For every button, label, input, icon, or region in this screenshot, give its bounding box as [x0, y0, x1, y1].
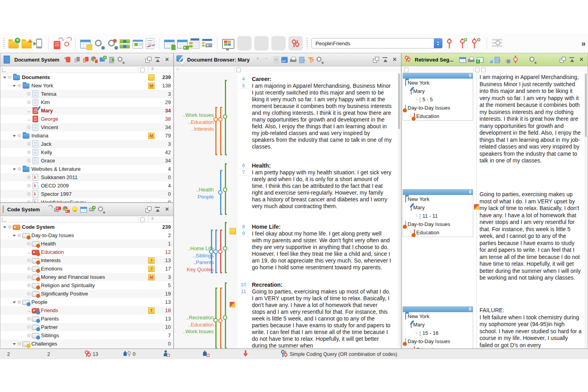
segment-folder-row[interactable]: New York — [403, 312, 473, 321]
segment-info-column-icon[interactable] — [404, 68, 408, 72]
segment-document-row[interactable]: Mary — [403, 87, 473, 95]
activation-settings-icon[interactable] — [492, 39, 502, 48]
coding-stripe-labels[interactable]: ..HealthPeople — [174, 186, 214, 200]
toggle-code-system-button[interactable] — [254, 36, 269, 50]
document-tree-row[interactable]: Suikkanen 20110 — [0, 173, 173, 182]
code-tree-row[interactable]: People13 — [0, 298, 173, 306]
segment-info-box[interactable]: 0New YorkMary└[5 - 5Day-to-Day Issues└Ed… — [402, 73, 473, 121]
activation-dot-icon[interactable] — [26, 292, 31, 295]
segment-folder-row[interactable]: New York — [403, 79, 473, 87]
emoticode-icon[interactable] — [71, 206, 79, 213]
code-tree-row[interactable]: Siblings7 — [0, 331, 173, 340]
code-tree-row[interactable]: Interests?13 — [0, 256, 173, 265]
expand-arrow-icon[interactable] — [12, 299, 17, 305]
coding-stripe-line[interactable] — [215, 107, 217, 155]
code-tree-row[interactable]: Money and Financial IssuesM3 — [0, 273, 173, 281]
memo-corner-icon[interactable] — [474, 204, 480, 210]
close-panel-icon[interactable]: × — [163, 206, 171, 213]
code-label[interactable]: People — [174, 193, 214, 201]
coding-stripe-line[interactable] — [225, 222, 227, 273]
coding-stripe-column-icon[interactable]: ◇ — [176, 67, 179, 71]
coding-stripe-line[interactable] — [215, 288, 217, 348]
memo-icon[interactable] — [230, 228, 236, 234]
new-project-icon[interactable] — [8, 41, 19, 48]
undo-coding-icon[interactable] — [63, 38, 70, 48]
coding-stripe-labels[interactable]: ..Home Life..Siblings..ParentsKey Quotes — [174, 245, 214, 273]
collapse-panel-icon[interactable] — [568, 56, 576, 64]
memo-corner-icon[interactable] — [230, 302, 235, 307]
activation-dot-icon[interactable] — [26, 267, 31, 270]
segment-folder-row[interactable]: New York — [403, 195, 473, 203]
activation-dot-icon[interactable] — [17, 342, 22, 346]
zoom-in-icon[interactable] — [255, 56, 262, 64]
activation-dot-icon[interactable] — [7, 225, 12, 229]
segment-parent-code-row[interactable]: Day-to-Day Issues — [403, 220, 473, 228]
activation-dot-icon[interactable] — [26, 92, 31, 96]
code-tree-row[interactable]: Day-to-Day Issues2 — [0, 231, 173, 239]
undo-coding-icon[interactable] — [45, 206, 52, 213]
segment-code-row[interactable]: └Education — [403, 228, 473, 237]
coding-stripe-labels[interactable]: ..Work Issues..Education..Interests — [174, 112, 214, 133]
document-tree-row[interactable]: New YorkM138 — [0, 81, 173, 90]
new-document-group-icon[interactable] — [99, 56, 107, 64]
import-document-icon[interactable] — [108, 56, 116, 64]
new-code-set-icon[interactable] — [54, 206, 61, 213]
html-export-icon[interactable] — [485, 56, 493, 64]
memo-column-icon[interactable] — [140, 68, 145, 72]
code-segments-icon[interactable] — [511, 56, 519, 64]
document-tree-row[interactable]: →George38 — [0, 115, 173, 123]
memo-icon[interactable]: M — [148, 83, 155, 89]
activation-dot-icon[interactable] — [26, 100, 31, 104]
memo-icon[interactable]: M — [148, 274, 155, 280]
expand-arrow-icon[interactable] — [12, 133, 17, 139]
collapse-panel-icon[interactable] — [154, 206, 161, 213]
segment-code-row[interactable]: └Education — [403, 346, 473, 348]
activation-dot-icon[interactable] — [17, 300, 22, 304]
activation-dot-icon[interactable] — [26, 192, 31, 196]
activation-arrow-icon[interactable]: → — [26, 108, 31, 113]
code-tree-row[interactable]: →FriendsT18 — [0, 306, 173, 315]
segment-box-titlebar[interactable]: 0 — [403, 189, 473, 195]
coding-stripe-line[interactable] — [220, 107, 222, 155]
document-statistics-icon[interactable] — [91, 56, 98, 64]
activated-documents-icon[interactable] — [120, 39, 130, 48]
segment-range-row[interactable]: └[15 - 16 — [403, 329, 473, 337]
memo-icon[interactable]: M — [148, 133, 155, 139]
activation-arrow-icon[interactable]: → — [26, 250, 31, 255]
code-label[interactable]: ..Work Issues — [174, 328, 214, 335]
logbook-icon[interactable] — [146, 38, 154, 49]
documents-count[interactable]: 2 — [6, 349, 10, 359]
codeline-icon[interactable] — [202, 39, 212, 48]
code-label[interactable]: ..Interests — [174, 126, 214, 133]
activation-dot-icon[interactable] — [26, 317, 31, 321]
activation-arrow-icon[interactable]: → — [26, 308, 31, 313]
memo-manager-icon[interactable] — [80, 40, 91, 48]
activation-dot-icon[interactable] — [26, 142, 31, 146]
codes-count[interactable]: 2 — [46, 349, 50, 359]
new-code-icon[interactable] — [458, 38, 469, 49]
toggle-document-system-button[interactable] — [237, 36, 251, 50]
document-section[interactable]: Career:I am majoring in Apparel Merchand… — [252, 76, 392, 150]
expand-arrow-icon[interactable] — [12, 233, 17, 238]
activation-dot-icon[interactable] — [26, 176, 31, 179]
segment-box-titlebar[interactable]: 0 — [403, 307, 473, 312]
excel-export-icon[interactable] — [476, 56, 484, 64]
document-section[interactable]: Recreation:Going to parties, exercising … — [252, 282, 392, 348]
code-label[interactable]: ..Parents — [174, 259, 214, 266]
expand-arrow-icon[interactable] — [12, 341, 17, 347]
retrieved-scrollbar[interactable] — [584, 73, 587, 348]
activation-arrow-icon[interactable]: → — [26, 117, 31, 122]
toggle-retrieved-segments-button[interactable] — [288, 36, 303, 50]
document-set-icon[interactable] — [82, 56, 89, 64]
segment-text[interactable]: FAILURE: I felt failure when I took chem… — [480, 307, 582, 348]
tree-view-icon[interactable] — [2, 217, 6, 222]
segment-document-row[interactable]: Mary — [403, 321, 473, 329]
count-column-icon[interactable]: # — [151, 67, 154, 71]
table-options-icon[interactable] — [503, 56, 510, 64]
activation-dot-icon[interactable] — [26, 334, 31, 337]
memo-icon[interactable]: ? — [148, 257, 155, 264]
code-label[interactable]: ..Recreation — [174, 314, 214, 321]
undock-panel-icon[interactable] — [372, 56, 379, 64]
code-tree-row[interactable]: Challenges0 — [0, 340, 173, 348]
document-section[interactable]: Health:I am pretty happy with my health … — [252, 162, 392, 210]
